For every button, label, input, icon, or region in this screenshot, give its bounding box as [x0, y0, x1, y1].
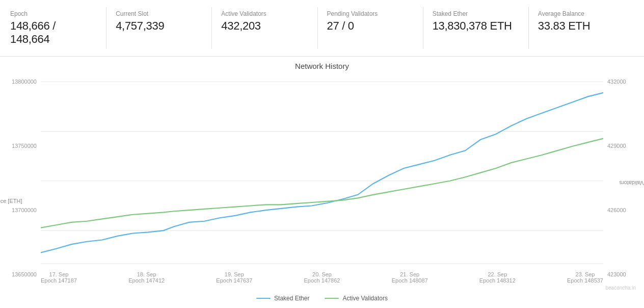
chart-inner: [41, 73, 603, 277]
x-tick-3: 20. Sep Epoch 147862: [304, 271, 340, 293]
y-left-tick-1: 13650000: [12, 271, 37, 277]
stat-current-slot: Current Slot 4,757,339: [106, 7, 212, 49]
current-slot-label: Current Slot: [116, 10, 202, 17]
chart-legend: Staked Ether Active Validators: [0, 293, 644, 303]
watermark: beaconcha.in: [606, 285, 636, 291]
y-left-tick-3: 13750000: [12, 143, 37, 149]
x-tick-2: 19. Sep Epoch 147637: [216, 271, 252, 293]
chart-container: Network History Balance [ETH] 13800000 1…: [0, 57, 644, 303]
legend-active-validators-line: [325, 298, 339, 299]
chart-title: Network History: [0, 62, 644, 70]
staked-ether-label: Staked Ether: [433, 10, 519, 17]
stat-staked-ether: Staked Ether 13,830,378 ETH: [423, 7, 529, 49]
x-tick-0: 17. Sep Epoch 147187: [41, 271, 77, 293]
y-right-tick-1: 423000: [607, 271, 626, 277]
stat-average-balance: Average Balance 33.83 ETH: [529, 7, 634, 49]
pending-validators-label: Pending Validators: [327, 10, 414, 17]
active-validators-label: Active Validators: [221, 10, 308, 17]
average-balance-label: Average Balance: [538, 10, 625, 17]
stat-epoch: Epoch 148,666 / 148,664: [10, 7, 106, 49]
y-right-tick-3: 429000: [607, 143, 626, 149]
chart-area: Balance [ETH] 13800000 13750000 13700000…: [0, 73, 644, 293]
chart-svg: [41, 73, 603, 277]
y-right-axis-label: Active Validators: [619, 180, 644, 186]
y-left-axis-label: Balance [ETH]: [0, 198, 22, 204]
pending-validators-value: 27 / 0: [327, 19, 414, 33]
y-right-tick-2: 426000: [607, 207, 626, 213]
stats-bar: Epoch 148,666 / 148,664 Current Slot 4,7…: [0, 0, 644, 57]
y-left-tick-4: 13800000: [12, 79, 37, 85]
legend-staked-ether-label: Staked Ether: [274, 295, 309, 302]
x-tick-1: 18. Sep Epoch 147412: [128, 271, 165, 293]
x-tick-4: 21. Sep Epoch 148087: [392, 271, 428, 293]
x-axis: 17. Sep Epoch 147187 18. Sep Epoch 14741…: [41, 271, 603, 293]
y-left-tick-2: 13700000: [12, 207, 37, 213]
staked-ether-value: 13,830,378 ETH: [433, 19, 519, 33]
average-balance-value: 33.83 ETH: [538, 19, 625, 33]
x-tick-6: 23. Sep Epoch 148537: [567, 271, 603, 293]
epoch-label: Epoch: [10, 10, 97, 17]
stat-pending-validators: Pending Validators 27 / 0: [318, 7, 423, 49]
legend-staked-ether-line: [256, 298, 271, 299]
active-validators-value: 432,203: [221, 19, 308, 33]
stat-active-validators: Active Validators 432,203: [212, 7, 317, 49]
legend-staked-ether: Staked Ether: [256, 295, 309, 302]
legend-active-validators: Active Validators: [325, 295, 387, 302]
y-axis-right: Active Validators 432000 429000 426000 4…: [603, 73, 644, 293]
epoch-value: 148,666 / 148,664: [10, 19, 97, 46]
current-slot-value: 4,757,339: [116, 19, 202, 33]
legend-active-validators-label: Active Validators: [342, 295, 387, 302]
y-right-tick-4: 432000: [607, 79, 626, 85]
y-axis-left: Balance [ETH] 13800000 13750000 13700000…: [0, 73, 41, 293]
x-tick-5: 22. Sep Epoch 148312: [479, 271, 516, 293]
